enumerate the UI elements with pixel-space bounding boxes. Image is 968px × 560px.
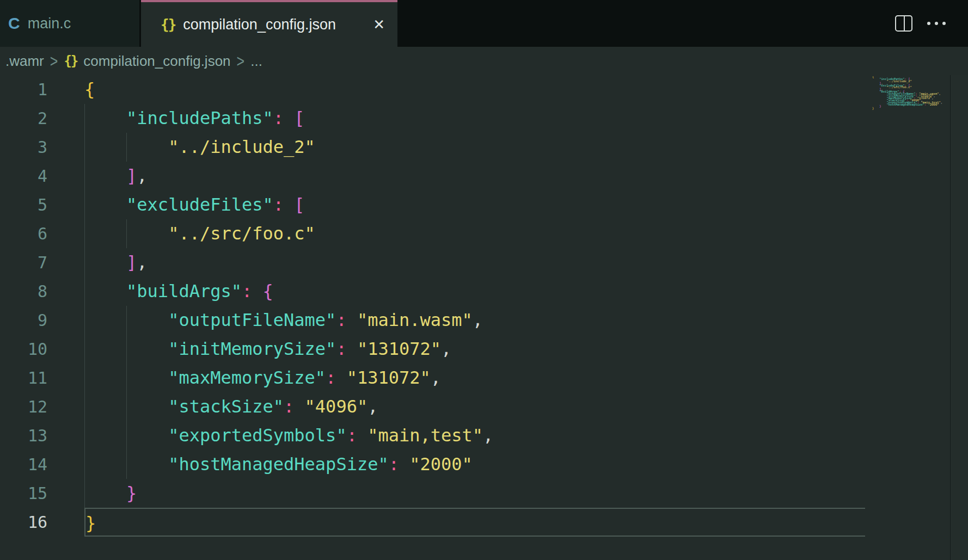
code-line-2[interactable]: 2 "includePaths": [ xyxy=(0,104,869,133)
line-content: ], xyxy=(84,162,869,190)
code-line-9[interactable]: 9 "outputFileName": "main.wasm", xyxy=(0,306,869,335)
indent-guide xyxy=(126,392,127,421)
breadcrumb: .wamr > {} compilation_config.json > ... xyxy=(0,47,968,75)
line-content: } xyxy=(84,479,869,508)
line-number-9[interactable]: 9 xyxy=(0,306,84,335)
code-line-7[interactable]: 7 ], xyxy=(0,248,869,277)
token-key: "hostManagedHeapSize" xyxy=(168,454,389,475)
line-number-8[interactable]: 8 xyxy=(0,277,84,306)
token-default xyxy=(399,454,409,475)
token-key: "stackSize" xyxy=(168,396,284,417)
token-default xyxy=(347,310,357,330)
token-bracket2: ] xyxy=(126,165,137,186)
token-string: "131072" xyxy=(347,367,431,388)
code-line-13[interactable]: 13 "exportedSymbols": "main,test", xyxy=(0,421,869,450)
token-key: "exportedSymbols" xyxy=(168,425,347,446)
token-punct: : xyxy=(347,425,357,446)
line-number-12[interactable]: 12 xyxy=(0,392,84,421)
minimap-line-16: } xyxy=(872,108,950,110)
code-line-11[interactable]: 11 "maxMemorySize": "131072", xyxy=(0,364,869,392)
token-key: "buildArgs" xyxy=(126,281,242,301)
token-bracket2: { xyxy=(263,281,273,301)
token-string: "../include_2" xyxy=(168,137,315,157)
line-number-15[interactable]: 15 xyxy=(0,479,84,508)
token-default xyxy=(84,252,126,273)
token-key: "excludeFiles" xyxy=(126,194,273,215)
token-bracket1: { xyxy=(84,79,95,100)
token-string: "main.wasm" xyxy=(357,310,473,330)
token-key: "includePaths" xyxy=(126,108,273,128)
more-actions-icon[interactable] xyxy=(927,22,946,25)
token-bracket1: } xyxy=(85,513,96,533)
code-line-16[interactable]: 16} xyxy=(0,508,869,537)
line-number-11[interactable]: 11 xyxy=(0,364,84,392)
token-string: "4096" xyxy=(305,396,368,417)
token-default: , xyxy=(137,252,147,273)
indent-guide xyxy=(84,306,85,335)
token-default xyxy=(84,165,126,186)
code-editor[interactable]: 1{2 "includePaths": [3 "../include_2"4 ]… xyxy=(0,75,968,560)
token-default: , xyxy=(473,310,483,330)
split-editor-icon[interactable] xyxy=(895,15,912,32)
token-bracket2: ] xyxy=(126,252,137,273)
code-line-5[interactable]: 5 "excludeFiles": [ xyxy=(0,190,869,219)
indent-guide xyxy=(84,335,85,364)
token-punct: : xyxy=(284,396,294,417)
code-line-6[interactable]: 6 "../src/foo.c" xyxy=(0,219,869,248)
indent-guide xyxy=(84,421,85,450)
breadcrumb-item-symbol[interactable]: ... xyxy=(250,53,262,70)
line-number-3[interactable]: 3 xyxy=(0,133,84,162)
tab-label: main.c xyxy=(28,15,71,32)
line-number-4[interactable]: 4 xyxy=(0,162,84,190)
tab-bar-actions xyxy=(397,0,968,47)
line-number-14[interactable]: 14 xyxy=(0,450,84,479)
token-default xyxy=(284,108,294,128)
line-number-1[interactable]: 1 xyxy=(0,75,84,104)
indent-guide xyxy=(126,133,127,162)
token-punct: : xyxy=(336,310,346,330)
code-line-12[interactable]: 12 "stackSize": "4096", xyxy=(0,392,869,421)
line-content: "stackSize": "4096", xyxy=(84,392,869,421)
line-number-2[interactable]: 2 xyxy=(0,104,84,133)
close-tab-icon[interactable]: ✕ xyxy=(373,17,385,32)
code-line-3[interactable]: 3 "../include_2" xyxy=(0,133,869,162)
token-default: , xyxy=(367,396,378,417)
line-number-7[interactable]: 7 xyxy=(0,248,84,277)
line-number-13[interactable]: 13 xyxy=(0,421,84,450)
code-line-14[interactable]: 14 "hostManagedHeapSize": "2000" xyxy=(0,450,869,479)
token-default: , xyxy=(137,165,147,186)
line-content: "outputFileName": "main.wasm", xyxy=(84,306,869,335)
line-content: "buildArgs": { xyxy=(84,277,869,306)
token-default xyxy=(347,339,357,359)
indent-guide xyxy=(126,219,127,248)
token-string: "131072" xyxy=(357,339,441,359)
code-line-15[interactable]: 15 } xyxy=(0,479,869,508)
minimap[interactable]: { "includePaths": [ "../include_2" ], "e… xyxy=(869,76,950,110)
token-default xyxy=(84,483,126,503)
breadcrumb-item-file[interactable]: compilation_config.json xyxy=(83,53,230,70)
token-punct: : xyxy=(242,281,252,301)
indent-guide xyxy=(84,133,85,162)
line-number-6[interactable]: 6 xyxy=(0,219,84,248)
vertical-scrollbar[interactable] xyxy=(950,75,968,560)
token-default xyxy=(252,281,262,301)
code-line-4[interactable]: 4 ], xyxy=(0,162,869,190)
token-default xyxy=(84,281,126,301)
code-line-8[interactable]: 8 "buildArgs": { xyxy=(0,277,869,306)
tab-compilation-config-json[interactable]: {} compilation_config.json ✕ xyxy=(141,0,397,47)
tab-label: compilation_config.json xyxy=(183,16,336,33)
indent-guide xyxy=(126,306,127,335)
code-line-1[interactable]: 1{ xyxy=(0,75,869,104)
line-number-5[interactable]: 5 xyxy=(0,190,84,219)
line-number-10[interactable]: 10 xyxy=(0,335,84,364)
indent-guide xyxy=(84,392,85,421)
token-punct: : xyxy=(336,339,346,359)
token-key: "initMemorySize" xyxy=(168,339,336,359)
code-line-10[interactable]: 10 "initMemorySize": "131072", xyxy=(0,335,869,364)
line-number-16[interactable]: 16 xyxy=(0,508,84,537)
token-bracket2: } xyxy=(126,483,137,503)
chevron-right-icon: > xyxy=(237,51,245,71)
token-default xyxy=(84,194,126,215)
breadcrumb-item-wamr[interactable]: .wamr xyxy=(5,53,44,70)
tab-main-c[interactable]: C main.c xyxy=(0,0,141,47)
